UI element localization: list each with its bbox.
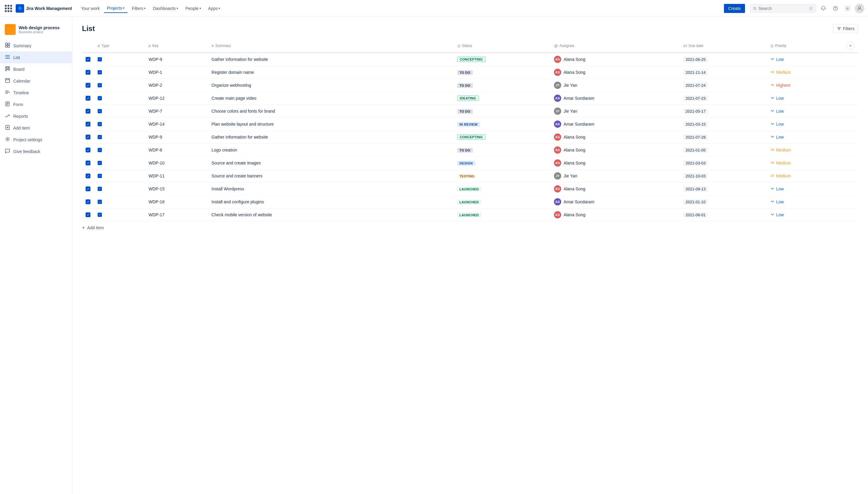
row-checkbox-cell[interactable]: ✓	[82, 118, 94, 131]
summary-icon	[5, 42, 10, 49]
row-date-cell: 2021-07-28	[680, 131, 767, 144]
row-key-cell[interactable]: WDP-16	[145, 195, 208, 208]
row-key-cell[interactable]: WDP-15	[145, 183, 208, 195]
project-info: Web design process Business project	[19, 25, 60, 34]
status-badge: TESTING	[457, 174, 477, 178]
logo[interactable]: Jira Work Management	[16, 4, 72, 13]
search-input[interactable]	[758, 6, 807, 11]
row-checkbox-cell[interactable]: ✓	[82, 53, 94, 66]
dashboards-nav[interactable]: Dashboards ▾	[150, 4, 181, 13]
row-checkbox-cell[interactable]: ✓	[82, 170, 94, 183]
due-date: 2021-06-01	[683, 212, 708, 218]
user-avatar[interactable]	[855, 4, 864, 13]
search-box[interactable]: /	[750, 4, 816, 13]
checkbox-checked[interactable]: ✓	[86, 57, 90, 62]
checkbox-checked[interactable]: ✓	[86, 122, 90, 127]
checkbox-checked[interactable]: ✓	[86, 109, 90, 114]
sidebar-item-list[interactable]: List	[0, 52, 72, 63]
priority-icon	[770, 70, 775, 75]
row-key-cell[interactable]: WDP-14	[145, 118, 208, 131]
row-key-cell[interactable]: WDP-17	[145, 208, 208, 222]
sidebar-item-timeline[interactable]: Timeline	[0, 87, 72, 98]
row-type-cell: ✓	[94, 144, 145, 157]
filters-button[interactable]: Filters	[833, 24, 858, 33]
row-status-cell: TO DO	[454, 144, 550, 157]
assignee-name: Amar Sundaram	[564, 122, 594, 127]
row-assignee-cell: AS Amar Sundaram	[550, 195, 680, 208]
row-checkbox-cell[interactable]: ✓	[82, 183, 94, 195]
checkbox-checked[interactable]: ✓	[86, 173, 90, 178]
row-key-cell[interactable]: WDP-8	[145, 144, 208, 157]
page-title: List	[82, 24, 95, 33]
add-column-button[interactable]: +	[846, 42, 855, 50]
row-checkbox-cell[interactable]: ✓	[82, 195, 94, 208]
checkbox-checked[interactable]: ✓	[86, 200, 90, 204]
sidebar-item-add-item[interactable]: Add item	[0, 122, 72, 134]
checkbox-checked[interactable]: ✓	[86, 212, 90, 217]
topnav-right: Create /	[724, 4, 864, 13]
sidebar-item-form[interactable]: Form	[0, 98, 72, 110]
filter-icon	[837, 26, 841, 31]
checkbox-checked[interactable]: ✓	[86, 160, 90, 165]
col-priority-label: Priority	[775, 44, 786, 48]
create-button[interactable]: Create	[724, 4, 745, 13]
row-checkbox-cell[interactable]: ✓	[82, 144, 94, 157]
svg-rect-10	[5, 66, 7, 71]
assignee-avatar: AS	[554, 198, 561, 205]
checkbox-checked[interactable]: ✓	[86, 96, 90, 101]
row-key-cell[interactable]: WDP-11	[145, 170, 208, 183]
checkbox-checked[interactable]: ✓	[86, 70, 90, 75]
sidebar-item-label: Reports	[13, 114, 28, 119]
help-button[interactable]	[831, 4, 840, 13]
row-checkbox-cell[interactable]: ✓	[82, 66, 94, 79]
row-key-cell[interactable]: WDP-2	[145, 79, 208, 92]
col-add-column[interactable]: +	[843, 39, 858, 53]
row-checkbox-cell[interactable]: ✓	[82, 157, 94, 170]
people-nav[interactable]: People ▾	[182, 4, 204, 13]
status-badge: TO DO	[457, 83, 473, 88]
sidebar-item-reports[interactable]: Reports	[0, 110, 72, 122]
row-checkbox-cell[interactable]: ✓	[82, 92, 94, 105]
sidebar-item-project-settings[interactable]: Project settings	[0, 134, 72, 146]
apps-nav[interactable]: Apps ▾	[205, 4, 223, 13]
sidebar-item-label: Board	[13, 67, 24, 72]
row-priority-cell: Low	[767, 118, 843, 131]
svg-point-16	[7, 138, 8, 140]
sidebar-item-board[interactable]: Board	[0, 63, 72, 75]
checkbox-checked[interactable]: ✓	[86, 187, 90, 191]
priority-cell: Low	[770, 200, 839, 205]
row-checkbox-cell[interactable]: ✓	[82, 208, 94, 222]
checkbox-checked[interactable]: ✓	[86, 148, 90, 152]
row-checkbox-cell[interactable]: ✓	[82, 79, 94, 92]
row-checkbox-cell[interactable]: ✓	[82, 105, 94, 118]
projects-nav[interactable]: Projects ▾	[104, 4, 128, 13]
add-item-row[interactable]: + Add item	[82, 222, 858, 234]
row-key-cell[interactable]: WDP-9	[145, 131, 208, 144]
assignee-avatar: JY	[554, 82, 561, 89]
assignee-name: Alana Song	[564, 135, 585, 139]
row-key-cell[interactable]: WDP-12	[145, 92, 208, 105]
checkbox-checked[interactable]: ✓	[86, 83, 90, 88]
apps-grid-button[interactable]	[4, 4, 13, 13]
row-checkbox-cell[interactable]: ✓	[82, 131, 94, 144]
col-priority: ⊙Priority	[767, 39, 843, 53]
row-key-cell[interactable]: WDP-7	[145, 105, 208, 118]
sidebar-item-summary[interactable]: Summary	[0, 40, 72, 52]
sidebar-item-calendar[interactable]: Calendar	[0, 75, 72, 87]
due-date: 2021-01-05	[683, 147, 708, 153]
checkbox-checked[interactable]: ✓	[86, 135, 90, 139]
reports-icon	[5, 113, 10, 119]
settings-button[interactable]	[843, 4, 852, 13]
row-key-cell[interactable]: WDP-10	[145, 157, 208, 170]
list-table: #Type #Key ≡Summary ⊙Status @Assignee	[82, 39, 858, 222]
row-key-cell[interactable]: WDP-1	[145, 66, 208, 79]
notifications-button[interactable]	[818, 4, 828, 13]
assignee-cell: AS Alana Song	[554, 56, 676, 63]
row-key-cell[interactable]: WDP-9	[145, 53, 208, 66]
priority-cell: Low	[770, 187, 839, 192]
sidebar-item-give-feedback[interactable]: Give feedback	[0, 146, 72, 157]
priority-label: Low	[776, 135, 784, 139]
your-work-nav[interactable]: Your work	[78, 4, 103, 13]
filters-nav[interactable]: Filters ▾	[129, 4, 149, 13]
col-type: #Type	[94, 39, 145, 53]
